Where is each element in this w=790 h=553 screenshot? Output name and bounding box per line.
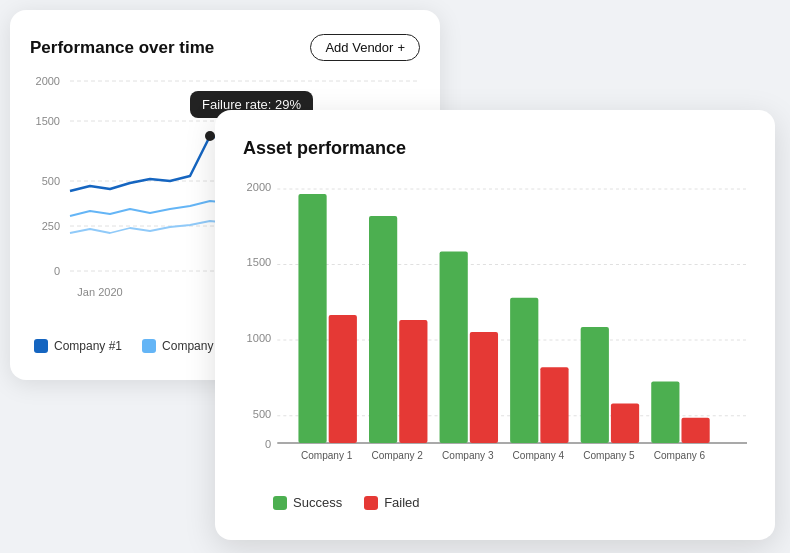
bar-company2-failed <box>399 320 427 443</box>
svg-text:Company 1: Company 1 <box>301 450 353 461</box>
bar-company4-failed <box>540 367 568 443</box>
bar-company2-success <box>369 216 397 443</box>
bar-company5-success <box>581 327 609 443</box>
svg-text:250: 250 <box>42 220 60 232</box>
performance-card-header: Performance over time Add Vendor + <box>30 34 420 61</box>
add-vendor-icon: + <box>397 40 405 55</box>
svg-text:2000: 2000 <box>247 181 272 193</box>
bar-company4-success <box>510 298 538 443</box>
svg-text:0: 0 <box>265 438 271 450</box>
svg-text:1500: 1500 <box>36 115 60 127</box>
bar-company1-success <box>298 194 326 443</box>
legend-dot-company1 <box>34 339 48 353</box>
svg-text:0: 0 <box>54 265 60 277</box>
bar-company1-failed <box>329 315 357 443</box>
bar-company3-success <box>440 251 468 443</box>
legend-failed: Failed <box>364 495 419 510</box>
asset-bar-chart: 2000 1500 1000 500 0 Company 1 Company 2 <box>243 175 747 485</box>
legend-label-success: Success <box>293 495 342 510</box>
tooltip-dot <box>205 131 215 141</box>
svg-text:1500: 1500 <box>247 256 272 268</box>
bar-company6-failed <box>681 418 709 443</box>
svg-text:Company 5: Company 5 <box>583 450 635 461</box>
asset-performance-card: Asset performance 2000 1500 1000 500 0 C… <box>215 110 775 540</box>
bar-company3-failed <box>470 332 498 443</box>
add-vendor-label: Add Vendor <box>325 40 393 55</box>
svg-text:1000: 1000 <box>247 332 272 344</box>
legend-dot-company2 <box>142 339 156 353</box>
svg-text:2000: 2000 <box>36 75 60 87</box>
legend-dot-success <box>273 496 287 510</box>
legend-company1: Company #1 <box>34 339 122 353</box>
performance-title: Performance over time <box>30 38 214 58</box>
svg-text:Company 3: Company 3 <box>442 450 494 461</box>
legend-dot-failed <box>364 496 378 510</box>
bar-chart-area: 2000 1500 1000 500 0 Company 1 Company 2 <box>243 175 747 485</box>
bar-company5-failed <box>611 404 639 443</box>
asset-legend: Success Failed <box>243 495 747 510</box>
asset-title: Asset performance <box>243 138 747 159</box>
svg-text:Jan 2020: Jan 2020 <box>77 286 122 298</box>
legend-label-company1: Company #1 <box>54 339 122 353</box>
svg-text:Company 4: Company 4 <box>513 450 565 461</box>
svg-text:Company 6: Company 6 <box>654 450 706 461</box>
svg-text:500: 500 <box>42 175 60 187</box>
svg-text:Company 2: Company 2 <box>371 450 423 461</box>
add-vendor-button[interactable]: Add Vendor + <box>310 34 420 61</box>
legend-label-failed: Failed <box>384 495 419 510</box>
bar-company6-success <box>651 381 679 442</box>
svg-text:500: 500 <box>253 408 271 420</box>
legend-success: Success <box>273 495 342 510</box>
